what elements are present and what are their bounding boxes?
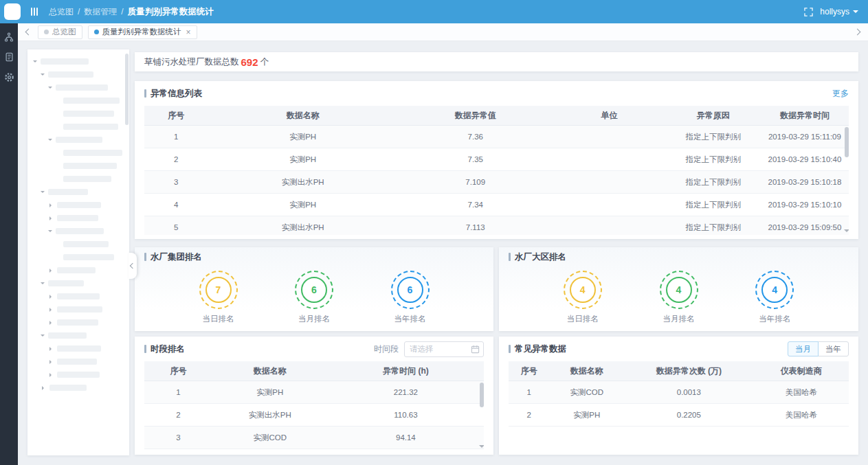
- tree-collapse-handle[interactable]: [129, 253, 137, 279]
- panel-title: 常见异常数据: [515, 343, 566, 355]
- tree-item[interactable]: [27, 381, 124, 394]
- caret-right-icon[interactable]: [49, 269, 54, 273]
- caret-right-icon[interactable]: [49, 373, 54, 377]
- caret-right-icon[interactable]: [49, 308, 54, 312]
- rank-item-monthly: 4 当月排名: [660, 271, 698, 324]
- table-cell: 7.35: [398, 148, 553, 171]
- tree-item[interactable]: [27, 303, 124, 316]
- tree-item[interactable]: [27, 251, 124, 264]
- panel-title: 时段排名: [151, 343, 185, 355]
- tree-item[interactable]: [27, 264, 124, 277]
- caret-right-icon[interactable]: [49, 360, 54, 364]
- current-month-button[interactable]: 当月: [788, 341, 819, 356]
- breadcrumb-item[interactable]: 数据管理: [84, 6, 117, 18]
- tabs-scroll-left-icon[interactable]: [25, 28, 32, 36]
- menu-toggle-icon[interactable]: [31, 8, 38, 16]
- scrollbar-thumb[interactable]: [845, 127, 849, 157]
- fullscreen-icon[interactable]: [804, 8, 813, 16]
- current-year-button[interactable]: 当年: [818, 341, 849, 356]
- tree-item[interactable]: [27, 55, 124, 68]
- table-scrollbar[interactable]: [480, 381, 484, 451]
- workflow-icon[interactable]: [2, 30, 16, 44]
- caret-right-icon[interactable]: [49, 216, 54, 220]
- table-cell: 3: [144, 171, 208, 194]
- panel-header: 时段排名 时间段: [135, 337, 493, 361]
- period-table: 序号 数据名称 异常时间 (h) 1实测PH221.322实测出水PH110.6…: [144, 361, 484, 449]
- tree-item[interactable]: [27, 290, 124, 303]
- breadcrumb-item[interactable]: 总览图: [49, 6, 74, 18]
- tree-item[interactable]: [27, 172, 124, 185]
- more-link[interactable]: 更多: [832, 88, 849, 100]
- caret-down-icon[interactable]: [48, 87, 52, 91]
- caret-right-icon[interactable]: [49, 203, 54, 207]
- caret-right-icon[interactable]: [49, 321, 54, 325]
- caret-down-icon[interactable]: [41, 73, 45, 78]
- time-range-picker[interactable]: [404, 341, 484, 357]
- table-cell: 实测COD: [212, 427, 328, 449]
- rank-item-yearly: 4 当年排名: [755, 271, 794, 324]
- close-icon[interactable]: ×: [186, 27, 191, 37]
- scrollbar-thumb[interactable]: [480, 383, 484, 407]
- table-cell: 实测PH: [212, 381, 328, 404]
- table-cell: 1: [509, 381, 549, 404]
- tree-item[interactable]: [27, 225, 124, 238]
- tree-item[interactable]: [27, 185, 124, 199]
- caret-right-icon[interactable]: [42, 386, 46, 390]
- tree-item[interactable]: [27, 368, 124, 381]
- tree-item[interactable]: [27, 355, 124, 368]
- table-cell: 4: [144, 194, 208, 216]
- gear-icon[interactable]: [2, 70, 16, 84]
- caret-down-icon[interactable]: [41, 282, 45, 286]
- tree-item[interactable]: [27, 342, 124, 355]
- tree-item-label-redacted: [63, 254, 114, 260]
- document-icon[interactable]: [2, 50, 16, 64]
- tab-quality-abnormal-stats[interactable]: 质量判别异常数据统计 ×: [88, 25, 197, 39]
- tree-item[interactable]: [27, 199, 124, 212]
- panel-title: 水厂集团排名: [151, 251, 202, 263]
- caret-down-icon[interactable]: [48, 230, 52, 234]
- col-header: 数据异常值: [398, 106, 553, 126]
- caret-right-icon[interactable]: [49, 295, 54, 299]
- tabs-scroll-right-icon[interactable]: [854, 28, 861, 36]
- user-menu[interactable]: hollysys: [820, 7, 858, 16]
- table-scrollbar[interactable]: [845, 125, 849, 235]
- tree-item[interactable]: [27, 94, 124, 107]
- tree-item[interactable]: [27, 277, 124, 290]
- caret-down-icon[interactable]: [41, 334, 45, 339]
- caret-down-icon: [853, 10, 858, 16]
- table-cell: 实测PH: [208, 194, 398, 216]
- tree-item[interactable]: [27, 212, 124, 225]
- tree-item-label-redacted: [48, 71, 93, 78]
- title-marker: [509, 345, 511, 353]
- scroll-down-icon[interactable]: [479, 445, 484, 451]
- table-cell: 2019-03-29 15:10:40: [761, 148, 849, 171]
- tree-item-label-redacted: [57, 359, 97, 365]
- tree-item-label-redacted: [63, 98, 120, 104]
- table-cell: 实测PH: [208, 126, 398, 148]
- caret-right-icon[interactable]: [49, 347, 54, 351]
- tree-item[interactable]: [27, 107, 124, 120]
- caret-down-icon[interactable]: [48, 139, 52, 143]
- rank-item-daily: 4 当日排名: [564, 271, 602, 324]
- tab-overview[interactable]: 总览图: [38, 25, 82, 39]
- tree-item[interactable]: [27, 81, 124, 94]
- table-cell: 2019-03-29 15:10:18: [761, 171, 849, 194]
- tree-item[interactable]: [27, 120, 124, 133]
- rank-label: 当年排名: [759, 314, 790, 324]
- tree-item[interactable]: [27, 159, 124, 172]
- tree-item[interactable]: [27, 238, 124, 251]
- table-cell: 实测出水PH: [208, 216, 398, 236]
- tree-item[interactable]: [27, 68, 124, 81]
- scroll-down-icon[interactable]: [844, 229, 849, 235]
- tree-item-label-redacted: [48, 189, 88, 195]
- col-header: 数据名称: [549, 361, 624, 381]
- tree-item[interactable]: [27, 329, 124, 342]
- tree-scrollbar-thumb[interactable]: [125, 54, 129, 125]
- tree-item-label-redacted: [56, 228, 104, 234]
- tree-item[interactable]: [27, 146, 124, 159]
- time-range-input[interactable]: [408, 344, 468, 354]
- tree-item[interactable]: [27, 316, 124, 329]
- caret-down-icon[interactable]: [41, 191, 45, 195]
- tree-item[interactable]: [27, 133, 124, 146]
- caret-down-icon[interactable]: [33, 60, 37, 65]
